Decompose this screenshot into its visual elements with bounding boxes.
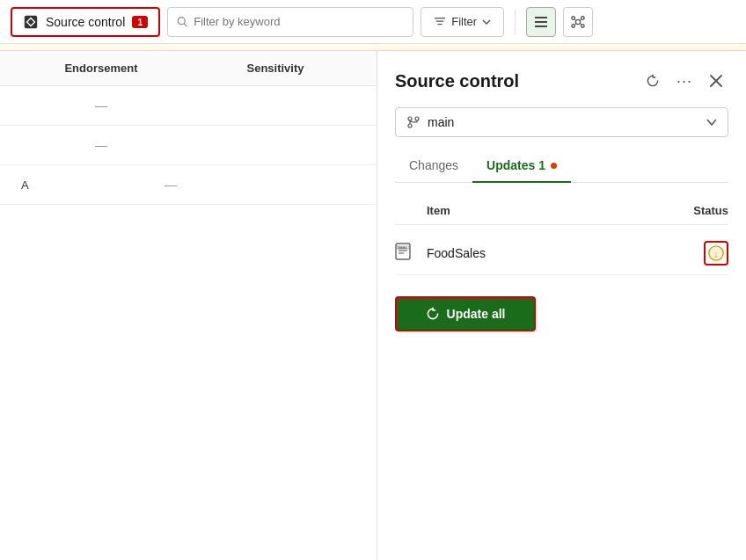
tab-updates[interactable]: Updates 1: [472, 151, 571, 183]
close-icon: [710, 75, 722, 87]
table-row: —: [0, 86, 377, 126]
list-icon: [534, 16, 548, 28]
filter-label: Filter: [451, 15, 477, 28]
svg-rect-26: [396, 244, 410, 259]
endorsement-cell: —: [32, 178, 310, 192]
list-view-button[interactable]: [526, 7, 556, 37]
update-refresh-icon: [426, 307, 440, 321]
svg-point-23: [408, 124, 412, 127]
endorsement-column-header: Endorsement: [14, 62, 188, 75]
filter-input[interactable]: [194, 15, 404, 28]
more-options-button[interactable]: ···: [672, 69, 697, 93]
svg-text:↓: ↓: [713, 249, 718, 259]
source-control-button[interactable]: Source control 1: [11, 7, 160, 37]
item-row: FoodSales ↓: [395, 232, 728, 275]
tabs: Changes Updates 1: [395, 151, 728, 183]
item-name-header: Item: [427, 204, 676, 217]
tab-changes-label: Changes: [409, 158, 458, 172]
tab-updates-label: Updates 1: [486, 158, 545, 172]
svg-point-11: [576, 19, 581, 24]
source-control-badge: 1: [132, 16, 148, 28]
toolbar-divider: [515, 10, 516, 34]
search-box[interactable]: [167, 7, 413, 37]
svg-point-14: [572, 24, 575, 27]
main-area: Endorsement Sensitivity — — A — Source c…: [0, 51, 746, 560]
tab-updates-dot: [551, 163, 557, 169]
svg-point-22: [408, 117, 412, 120]
yellow-banner: [0, 44, 746, 51]
panel-title: Source control: [395, 71, 640, 91]
toolbar: Source control 1 Filter: [0, 0, 746, 44]
refresh-icon: [646, 74, 660, 88]
dataset-icon: [395, 243, 411, 260]
branch-icon: [406, 115, 421, 129]
svg-point-15: [581, 24, 585, 27]
table-row: —: [0, 126, 377, 165]
left-panel: Endorsement Sensitivity — — A —: [0, 51, 377, 560]
tab-changes[interactable]: Changes: [395, 151, 472, 183]
svg-line-16: [574, 18, 575, 19]
refresh-panel-button[interactable]: [640, 69, 665, 93]
endorsement-cell: —: [14, 98, 188, 113]
svg-line-17: [581, 18, 581, 19]
status-warning-icon: ↓: [707, 244, 725, 262]
svg-point-12: [572, 16, 575, 19]
filter-icon: [434, 17, 446, 27]
endorsement-cell: —: [14, 138, 188, 152]
items-header: Item Status: [395, 197, 728, 225]
update-all-label: Update all: [447, 307, 506, 321]
filter-button[interactable]: Filter: [421, 7, 504, 37]
row-label: A: [14, 178, 32, 192]
network-icon: [570, 15, 586, 29]
table-row: A —: [0, 165, 377, 205]
branch-chevron-icon: [706, 119, 717, 126]
branch-dropdown[interactable]: main: [395, 107, 728, 137]
sensitivity-column-header: Sensitivity: [188, 62, 362, 75]
svg-point-24: [415, 117, 419, 120]
item-status-icon: ↓: [704, 241, 728, 265]
source-control-icon: [23, 14, 39, 30]
svg-line-18: [574, 23, 575, 24]
update-all-button[interactable]: Update all: [395, 296, 536, 331]
close-panel-button[interactable]: [704, 69, 728, 93]
panel-header: Source control ···: [395, 69, 728, 93]
svg-line-19: [581, 23, 581, 24]
svg-line-4: [185, 24, 187, 26]
search-icon: [177, 16, 188, 28]
item-name: FoodSales: [427, 246, 704, 260]
branch-name: main: [428, 115, 706, 129]
table-header: Endorsement Sensitivity: [0, 51, 377, 86]
item-file-icon: [395, 243, 427, 264]
source-control-panel: Source control ···: [377, 51, 746, 560]
ellipsis-icon: ···: [677, 72, 692, 91]
network-view-button[interactable]: [563, 7, 593, 37]
svg-point-13: [581, 16, 585, 19]
chevron-down-icon: [482, 19, 491, 25]
item-status-header: Status: [676, 204, 728, 217]
panel-actions: ···: [640, 69, 728, 93]
source-control-label: Source control: [46, 15, 125, 29]
